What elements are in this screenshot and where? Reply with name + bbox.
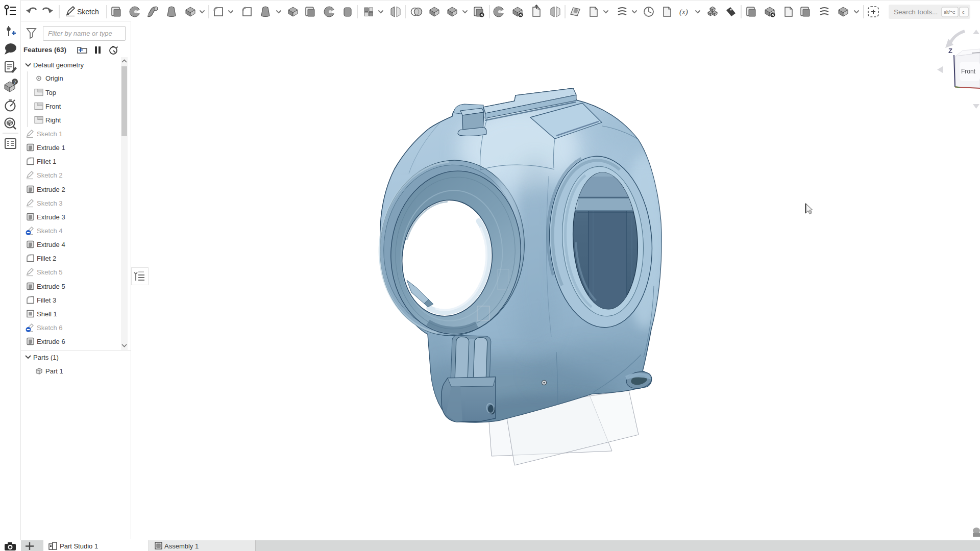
svg-text:(x): (x) — [679, 8, 688, 16]
svg-text:Sketch: Sketch — [77, 8, 99, 16]
svg-text:Front: Front — [45, 103, 61, 110]
svg-text:Z: Z — [948, 47, 952, 55]
svg-text:Extrude 1: Extrude 1 — [37, 144, 65, 152]
svg-text:Right: Right — [45, 116, 61, 124]
svg-text:Sketch 1: Sketch 1 — [37, 130, 63, 138]
svg-text:Extrude 5: Extrude 5 — [37, 283, 65, 290]
svg-text:Fillet 3: Fillet 3 — [37, 296, 56, 304]
svg-text:Extrude 2: Extrude 2 — [37, 186, 65, 193]
svg-text:Origin: Origin — [45, 74, 63, 82]
svg-text:Sketch 2: Sketch 2 — [37, 171, 63, 179]
svg-text:alt/⌥: alt/⌥ — [944, 10, 955, 15]
svg-text:?: ? — [14, 80, 16, 85]
svg-text:Extrude 3: Extrude 3 — [37, 213, 65, 221]
svg-text:Extrude 6: Extrude 6 — [37, 338, 65, 345]
svg-text:Sketch 5: Sketch 5 — [37, 268, 63, 276]
svg-text:Sketch 4: Sketch 4 — [37, 227, 63, 235]
svg-text:c: c — [962, 9, 965, 15]
svg-text:Shell 1: Shell 1 — [37, 310, 57, 318]
svg-text:Extrude 4: Extrude 4 — [37, 241, 65, 248]
svg-text:Front: Front — [961, 68, 976, 75]
svg-text:Top: Top — [45, 89, 56, 96]
svg-text:Fillet 1: Fillet 1 — [37, 158, 56, 165]
svg-text:Sketch 3: Sketch 3 — [37, 199, 63, 207]
svg-text:Sketch 6: Sketch 6 — [37, 324, 63, 332]
svg-text:Fillet 2: Fillet 2 — [37, 255, 56, 262]
svg-text:Search tools...: Search tools... — [894, 8, 938, 16]
